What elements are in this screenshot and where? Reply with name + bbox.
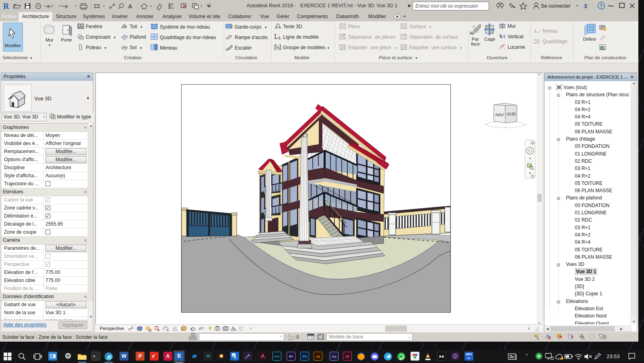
svg-text:Se connecter: Se connecter [541,3,571,9]
svg-text:X: X [583,3,588,9]
svg-text:?: ? [600,3,603,9]
svg-text:R: R [3,2,9,10]
svg-text:A: A [128,3,132,10]
svg-text:DROITE: DROITE [506,112,517,116]
svg-text:!: ! [561,358,562,360]
svg-text:AVANT: AVANT [495,112,504,117]
svg-text:b: b [234,356,236,359]
